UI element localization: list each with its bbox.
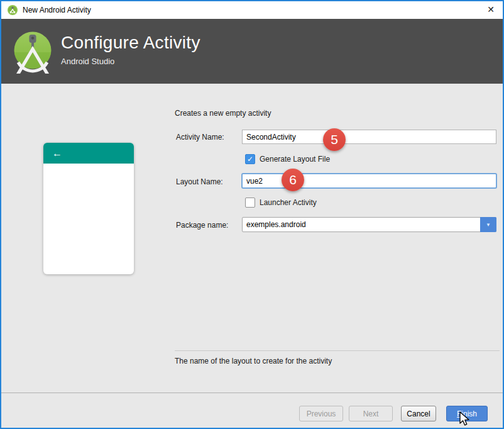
layout-name-input[interactable] <box>241 173 497 189</box>
template-description: Creates a new empty activity <box>175 109 271 118</box>
help-separator <box>175 350 500 351</box>
wizard-content: ← Creates a new empty activity Activity … <box>1 84 503 393</box>
close-icon: ✕ <box>487 4 495 14</box>
generate-layout-checkbox[interactable]: ✓ <box>245 154 255 164</box>
annotation-badge-6: 6 <box>282 169 304 191</box>
layout-name-label: Layout Name: <box>176 177 223 186</box>
generate-layout-checkbox-row[interactable]: ✓ Generate Layout File <box>245 154 330 164</box>
page-title: Configure Activity <box>61 33 200 53</box>
page-subtitle: Android Studio <box>61 57 200 66</box>
launcher-activity-checkbox[interactable] <box>245 198 255 208</box>
annotation-badge-5: 5 <box>323 128 346 151</box>
wizard-header-text: Configure Activity Android Studio <box>61 33 200 66</box>
field-help-text: The name of the layout to create for the… <box>175 357 332 365</box>
package-name-combobox[interactable]: exemples.android ▼ <box>242 217 496 232</box>
generate-layout-label: Generate Layout File <box>260 155 330 164</box>
android-studio-logo-icon <box>10 30 55 79</box>
activity-preview: ← <box>43 143 134 274</box>
activity-preview-appbar: ← <box>43 143 134 164</box>
next-button[interactable]: Next <box>349 406 393 421</box>
cancel-button[interactable]: Cancel <box>401 406 436 421</box>
launcher-activity-checkbox-row[interactable]: Launcher Activity <box>245 198 317 208</box>
previous-button-label: Previous <box>307 410 336 418</box>
check-icon: ✓ <box>247 155 253 164</box>
previous-button[interactable]: Previous <box>299 406 343 421</box>
back-arrow-icon: ← <box>52 148 62 159</box>
wizard-header: Configure Activity Android Studio <box>1 19 503 84</box>
dialog-button-bar: Previous Next Cancel Finish <box>1 393 503 428</box>
launcher-activity-label: Launcher Activity <box>260 198 317 207</box>
android-studio-small-icon <box>8 5 18 15</box>
mouse-cursor <box>459 411 470 426</box>
package-name-value: exemples.android <box>243 220 480 229</box>
next-button-label: Next <box>363 410 379 418</box>
window-title: New Android Activity <box>23 6 91 14</box>
activity-name-input[interactable] <box>242 130 496 144</box>
new-android-activity-dialog: New Android Activity ✕ Configure Ac <box>0 0 504 429</box>
title-bar: New Android Activity ✕ <box>1 1 503 19</box>
package-name-dropdown-button[interactable]: ▼ <box>480 217 496 232</box>
chevron-down-icon: ▼ <box>486 222 491 228</box>
package-name-label: Package name: <box>176 221 228 230</box>
cancel-button-label: Cancel <box>407 410 430 418</box>
close-button[interactable]: ✕ <box>483 1 499 18</box>
activity-name-label: Activity Name: <box>176 133 224 142</box>
